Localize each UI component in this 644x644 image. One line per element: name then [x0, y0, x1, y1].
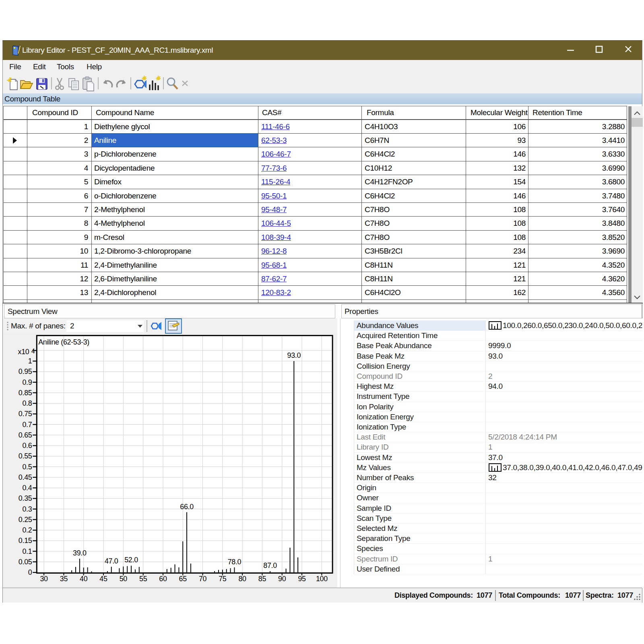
svg-text:0.55: 0.55	[19, 452, 32, 460]
svg-text:80: 80	[238, 575, 246, 583]
svg-text:95: 95	[298, 575, 306, 583]
svg-text:35: 35	[60, 575, 68, 583]
svg-text:0.6: 0.6	[22, 442, 32, 450]
svg-text:78.0: 78.0	[228, 558, 242, 566]
svg-text:75: 75	[219, 575, 227, 583]
svg-text:47.0: 47.0	[105, 557, 118, 565]
svg-text:Aniline (62-53-3): Aniline (62-53-3)	[38, 338, 89, 346]
svg-text:30: 30	[40, 575, 48, 583]
svg-text:65: 65	[179, 575, 187, 583]
svg-text:100: 100	[316, 575, 328, 583]
svg-text:93.0: 93.0	[287, 351, 301, 359]
svg-text:0.65: 0.65	[19, 431, 32, 439]
svg-text:0.4: 0.4	[22, 484, 32, 492]
svg-text:70: 70	[199, 575, 207, 583]
svg-text:0.8: 0.8	[22, 399, 32, 407]
svg-text:85: 85	[258, 575, 266, 583]
svg-text:39.0: 39.0	[73, 549, 87, 557]
svg-text:0.1: 0.1	[22, 547, 32, 555]
svg-text:0.2: 0.2	[22, 526, 32, 534]
svg-text:55: 55	[139, 575, 147, 583]
svg-text:0.9: 0.9	[22, 378, 32, 386]
svg-text:0: 0	[28, 568, 32, 576]
svg-text:52.0: 52.0	[124, 556, 138, 564]
svg-text:4: 4	[31, 348, 35, 355]
svg-text:90: 90	[278, 575, 286, 583]
svg-text:50: 50	[120, 575, 128, 583]
svg-text:0.15: 0.15	[19, 537, 32, 545]
svg-text:0.7: 0.7	[22, 421, 32, 429]
svg-text:0.25: 0.25	[19, 516, 32, 524]
svg-text:0.5: 0.5	[22, 463, 32, 471]
svg-text:1: 1	[28, 357, 32, 365]
svg-text:0.35: 0.35	[19, 494, 32, 502]
svg-text:0.85: 0.85	[19, 389, 32, 397]
svg-text:45: 45	[99, 575, 107, 583]
svg-text:40: 40	[80, 575, 88, 583]
svg-text:60: 60	[159, 575, 167, 583]
svg-text:66.0: 66.0	[180, 503, 194, 511]
svg-text:0.05: 0.05	[19, 558, 32, 566]
svg-text:0.3: 0.3	[22, 505, 32, 513]
svg-text:87.0: 87.0	[263, 561, 277, 570]
svg-text:0.95: 0.95	[19, 367, 32, 376]
svg-text:0.45: 0.45	[19, 473, 32, 481]
svg-text:0.75: 0.75	[19, 410, 32, 418]
svg-text:x10: x10	[18, 348, 29, 356]
